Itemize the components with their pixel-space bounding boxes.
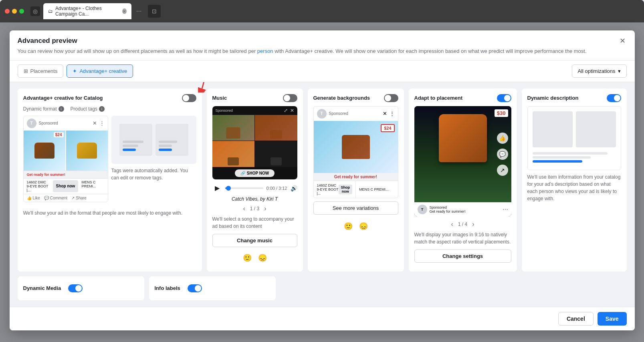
music-grid — [212, 115, 297, 167]
ad-preview-header: T Sponsored ✕ ⋮ — [24, 116, 108, 131]
gen-thumbs-down-button[interactable]: 😞 — [359, 222, 368, 231]
like-icon: 👍 — [27, 196, 32, 200]
music-toggle[interactable] — [283, 94, 297, 102]
person-link[interactable]: person — [257, 48, 273, 54]
dynamic-desc-card-header: Dynamic description — [527, 94, 621, 102]
adapt-sponsored: Sponsored — [430, 205, 466, 209]
shop-now-button[interactable]: Shop now — [53, 180, 79, 192]
modal-title: Advanced preview — [18, 37, 627, 45]
card-dynamic-desc: Dynamic description — [522, 89, 627, 272]
adapt-toggle[interactable] — [497, 94, 511, 102]
share-side-icon[interactable]: ↗ — [497, 165, 508, 176]
tab-more-icon[interactable]: ··· — [136, 8, 141, 15]
dynamic-desc-toggle[interactable] — [607, 94, 621, 102]
tabs-left: ⊞ Placements ✦ Advantage+ creative — [18, 64, 133, 78]
gen-product-1: 1460Z DMC 9-EYE BOOT |... Shop now — [314, 181, 356, 198]
prev-track-button[interactable]: ‹ — [243, 205, 245, 212]
product-tags-preview: Tags were automatically added. You can e… — [111, 116, 196, 205]
music-cell-1 — [212, 115, 255, 141]
dynamic-desc-preview — [527, 106, 621, 170]
change-settings-button[interactable]: Change settings — [414, 249, 511, 263]
adapt-title: Adapt to placement — [414, 95, 463, 101]
adapt-prev-button[interactable]: ‹ — [451, 221, 453, 228]
catalog-description-text: We'll show your ad in the format that pe… — [23, 209, 196, 217]
tab-advantage-creative[interactable]: ✦ Advantage+ creative — [67, 64, 133, 78]
card-info-labels: Info labels — [149, 276, 276, 300]
music-nav-row: ‹ 1 / 3 › — [212, 205, 297, 212]
product-cell-1: $24 — [24, 131, 65, 171]
share-button: ↗ Share — [71, 196, 87, 200]
adapt-more-icon[interactable]: ⋯ — [503, 206, 508, 213]
desc-lines — [533, 152, 616, 163]
modal-close-button[interactable]: ✕ — [617, 35, 628, 46]
gen-bg-price: $24 — [381, 124, 394, 132]
gen-bg-close-icon: ✕ — [383, 111, 387, 117]
adapt-cta-bar: T Sponsored Get ready for summer! ⋯ — [414, 202, 511, 217]
tab-close-icon[interactable]: ✕ — [122, 8, 127, 14]
desc-line-1 — [533, 152, 608, 155]
sponsored-text: Sponsored — [39, 121, 58, 125]
see-more-variations-button[interactable]: See more variations — [313, 201, 398, 215]
optimizations-dropdown[interactable]: All optimizations ▾ — [572, 64, 627, 78]
change-music-button[interactable]: Change music — [212, 234, 297, 247]
catalog-toggle[interactable] — [182, 94, 196, 102]
dynamic-media-toggle[interactable] — [68, 284, 83, 292]
progress-bar[interactable] — [225, 187, 263, 189]
thumbs-up-button[interactable]: 🙂 — [243, 253, 252, 262]
ad-format-preview: T Sponsored ✕ ⋮ — [23, 116, 108, 202]
modal-description: You can review how your ad will show up … — [18, 47, 596, 55]
adapt-price: $30 — [495, 109, 508, 117]
card-generate-bg: Generate backgrounds T Sponsored ✕ — [308, 89, 404, 272]
shop-now-overlay-button[interactable]: 🔗 SHOP NOW — [235, 169, 275, 177]
gen-shop-btn-1[interactable]: Shop now — [339, 185, 353, 194]
gen-thumbs-up-button[interactable]: 🙂 — [344, 222, 353, 231]
desc-block-1 — [533, 111, 573, 147]
gen-bg-shoe — [342, 135, 370, 159]
gen-bg-feedback-row: 🙂 😞 — [313, 222, 398, 231]
comment-side-icon[interactable]: 💬 — [497, 149, 508, 160]
save-button[interactable]: Save — [598, 312, 627, 326]
gen-bg-avatar: T — [317, 109, 327, 119]
comment-button: 💬 Comment — [44, 196, 67, 200]
placements-label: Placements — [30, 68, 58, 74]
promo-text: Get ready for summer! — [27, 173, 66, 177]
tags-placeholder — [111, 116, 196, 164]
extension-icon[interactable]: ⊡ — [148, 5, 161, 18]
adapt-promo: Get ready for summer! — [430, 209, 466, 213]
product-tags-info-icon[interactable]: i — [99, 106, 105, 112]
product-grid: $24 — [24, 131, 108, 171]
next-track-button[interactable]: › — [264, 205, 266, 212]
card-catalog: Advantage+ creative for Catalog Dynamic … — [18, 89, 202, 272]
cancel-button[interactable]: Cancel — [558, 312, 594, 326]
adapt-preview: $30 👍 💬 ↗ T — [414, 106, 511, 217]
meta-logo-icon: ◎ — [33, 8, 38, 14]
avatar: T — [27, 119, 36, 128]
dynamic-format-info-icon[interactable]: i — [59, 106, 64, 112]
play-button[interactable]: ▶ — [212, 183, 222, 193]
info-labels-toggle[interactable] — [188, 284, 202, 292]
optimizations-label: All optimizations — [578, 68, 616, 74]
volume-icon[interactable]: 🔊 — [291, 185, 297, 191]
desc-block-2 — [576, 111, 616, 147]
adapt-card-header: Adapt to placement — [414, 94, 511, 102]
gen-bg-title: Generate backgrounds — [313, 95, 370, 101]
ad-actions: ✕ ⋮ — [93, 120, 105, 126]
music-cell-3 — [212, 141, 255, 167]
product-1-name: 1460Z DMC 9-EYE BOOT |... — [27, 180, 50, 192]
browser-tab[interactable]: 🗂 Advantage+ - Clothes Campaign Ca... ✕ — [43, 3, 131, 19]
thumbs-down-button[interactable]: 😞 — [258, 253, 267, 262]
chevron-down-icon: ▾ — [618, 68, 621, 74]
music-close-icon: ✕ — [290, 108, 294, 113]
music-phone-preview: Sponsored ⤢ ✕ — [212, 106, 297, 179]
adapt-next-button[interactable]: › — [472, 221, 474, 228]
like-side-icon[interactable]: 👍 — [497, 133, 508, 144]
gen-bg-toggle[interactable] — [384, 94, 398, 102]
catalog-previews: T Sponsored ✕ ⋮ — [23, 116, 196, 205]
tag-block-2 — [155, 124, 188, 156]
adapt-avatar: T — [418, 205, 427, 214]
dynamic-format-label: Dynamic format i — [23, 106, 64, 112]
tab-placements[interactable]: ⊞ Placements — [18, 64, 64, 78]
modal-overlay: Advanced preview You can review how your… — [0, 22, 644, 342]
info-labels-title: Info labels — [155, 285, 180, 291]
gen-bg-sponsored: Sponsored — [329, 111, 348, 116]
